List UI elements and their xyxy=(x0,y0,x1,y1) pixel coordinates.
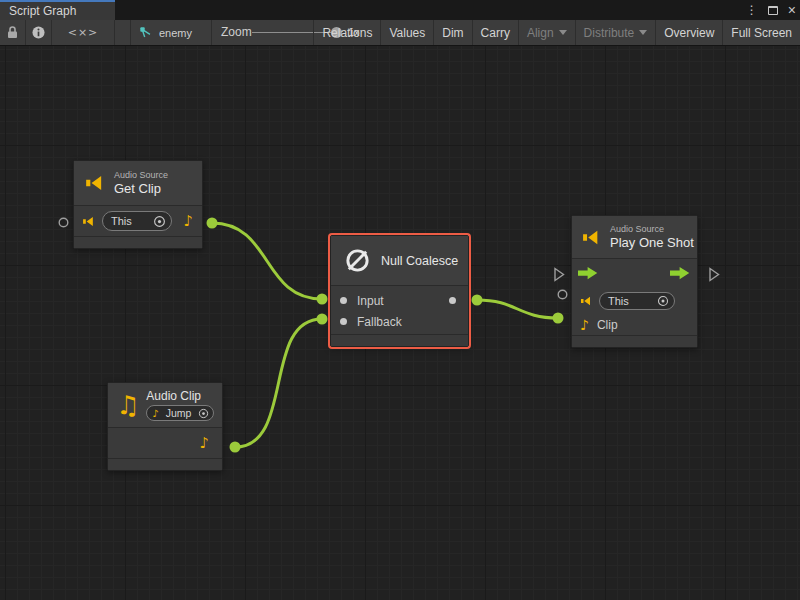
flow-out-arrow-icon[interactable] xyxy=(670,266,691,280)
flow-in-triangle-icon[interactable] xyxy=(553,267,565,282)
lock-icon xyxy=(7,26,18,39)
zoom-label: Zoom xyxy=(221,20,252,45)
audio-clip-mini-icon: ♪ xyxy=(152,408,158,419)
this-value: This xyxy=(608,295,629,307)
node-header: Audio Source Get Clip xyxy=(74,161,202,206)
clip-port-row: ♪ Clip xyxy=(572,314,697,335)
node-audio-clip[interactable]: ♫ Audio Clip ♪ Jump ♪ xyxy=(107,382,223,471)
relations-button[interactable]: Relations xyxy=(313,20,380,45)
target-port-row: This ♪ xyxy=(74,206,202,236)
node-footer xyxy=(74,236,202,248)
node-footer xyxy=(331,334,468,346)
audio-source-icon xyxy=(83,173,106,193)
clip-input-icon: ♪ xyxy=(580,317,589,333)
object-picker-icon[interactable] xyxy=(153,215,166,228)
node-title: Play One Shot xyxy=(610,235,694,250)
maximize-icon[interactable] xyxy=(768,6,778,15)
flow-in-arrow-icon[interactable] xyxy=(578,266,599,280)
node-null-coalesce[interactable]: Null Coalesce Input Fallback xyxy=(330,235,469,347)
toolbar-buttons: Relations Values Dim Carry Align Distrib… xyxy=(313,20,800,45)
jump-value: Jump xyxy=(166,407,192,419)
node-footer xyxy=(572,335,697,347)
chevron-down-icon xyxy=(639,30,647,35)
align-label: Align xyxy=(527,26,554,40)
node-header: Audio Source Play One Shot xyxy=(572,216,697,259)
node-category: Audio Source xyxy=(114,170,168,180)
carry-button[interactable]: Carry xyxy=(472,20,518,45)
audio-source-icon xyxy=(81,215,96,228)
node-get-clip[interactable]: Audio Source Get Clip This ♪ xyxy=(73,160,203,249)
audio-clip-output-icon[interactable]: ♪ xyxy=(183,212,193,230)
output-port[interactable] xyxy=(449,297,456,304)
full-screen-button[interactable]: Full Screen xyxy=(722,20,800,45)
input-port-row: Input xyxy=(331,290,468,311)
output-row: ♪ xyxy=(108,428,222,458)
script-graph-window: Script Graph ⋮ × <×> xyxy=(0,0,800,600)
node-header: ♫ Audio Clip ♪ Jump xyxy=(108,383,222,428)
jump-object-field[interactable]: ♪ Jump xyxy=(146,405,214,421)
dim-button[interactable]: Dim xyxy=(433,20,471,45)
node-title: Null Coalesce xyxy=(381,254,458,268)
graph-icon xyxy=(139,26,153,40)
info-icon xyxy=(32,26,45,39)
fallback-port-row: Fallback xyxy=(331,311,468,332)
object-picker-icon[interactable] xyxy=(198,408,209,419)
node-category: Audio Source xyxy=(610,224,694,234)
graph-toolbar: <×> enemy Zoom 1x Relations Values Dim C… xyxy=(0,20,800,46)
node-footer xyxy=(108,458,222,470)
input-port[interactable] xyxy=(340,297,347,304)
audio-clip-icon: ♫ xyxy=(116,392,139,418)
lock-button[interactable] xyxy=(0,20,26,45)
target-port-row: This xyxy=(572,287,697,314)
tab-script-graph[interactable]: Script Graph xyxy=(0,0,115,20)
object-picker-icon[interactable] xyxy=(657,295,669,307)
distribute-label: Distribute xyxy=(584,26,635,40)
window-controls: ⋮ × xyxy=(746,0,796,20)
clip-port-label: Clip xyxy=(597,318,618,332)
align-dropdown[interactable]: Align xyxy=(518,20,575,45)
close-icon[interactable]: × xyxy=(788,0,796,20)
unconnected-target-port-icon[interactable] xyxy=(58,217,69,228)
input-port-label: Input xyxy=(357,294,384,308)
values-button[interactable]: Values xyxy=(380,20,433,45)
unconnected-target-port-icon[interactable] xyxy=(557,289,568,300)
audio-clip-output-icon[interactable]: ♪ xyxy=(199,434,209,452)
breadcrumb-graph-name: enemy xyxy=(159,27,192,39)
fallback-port[interactable] xyxy=(340,318,347,325)
this-value: This xyxy=(111,215,132,227)
node-play-one-shot[interactable]: Audio Source Play One Shot This xyxy=(571,215,698,348)
chevron-down-icon xyxy=(559,30,567,35)
kebab-menu-icon[interactable]: ⋮ xyxy=(746,0,758,20)
audio-source-icon xyxy=(579,295,593,307)
this-object-field[interactable]: This xyxy=(102,211,172,231)
node-title: Audio Clip xyxy=(146,389,214,403)
node-title: Get Clip xyxy=(114,181,168,196)
tab-bar: Script Graph ⋮ × xyxy=(0,0,800,20)
flow-port-row xyxy=(572,259,697,287)
info-button[interactable] xyxy=(26,20,52,45)
flow-out-triangle-icon[interactable] xyxy=(708,267,720,282)
distribute-dropdown[interactable]: Distribute xyxy=(575,20,656,45)
node-header: Null Coalesce xyxy=(331,236,468,286)
fallback-port-label: Fallback xyxy=(357,315,402,329)
overview-button[interactable]: Overview xyxy=(655,20,722,45)
code-view-button[interactable]: <×> xyxy=(52,20,115,45)
audio-source-icon xyxy=(580,228,602,247)
breadcrumb[interactable]: enemy xyxy=(130,20,212,45)
this-object-field[interactable]: This xyxy=(599,292,675,310)
null-coalesce-icon xyxy=(344,247,371,274)
